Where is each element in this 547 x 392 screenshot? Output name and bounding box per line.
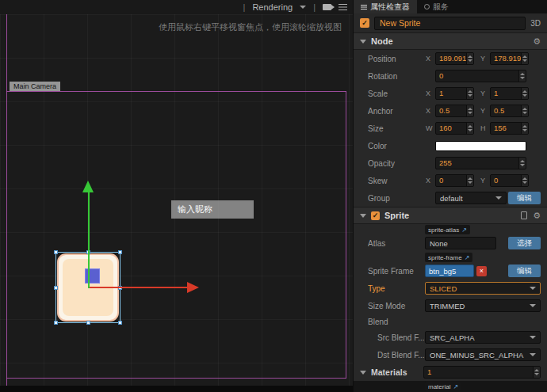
atlas-select-button[interactable]: 选择 (508, 237, 541, 249)
skew-x-input[interactable]: 0 (435, 174, 474, 187)
y-axis-label: Y (480, 55, 490, 63)
position-x-input[interactable]: 189.091 (435, 52, 474, 65)
gear-icon[interactable]: ⚙ (533, 37, 541, 46)
scale-x-input[interactable]: 1 (435, 87, 474, 100)
stepper-icon[interactable] (521, 175, 528, 186)
rendering-dropdown[interactable]: Rendering (252, 2, 293, 12)
group-edit-button[interactable]: 编辑 (508, 192, 541, 204)
dst-blend-row: Dst Blend F... ONE_MINUS_SRC_ALPHA (354, 346, 547, 363)
gizmo-y-axis-arrowhead[interactable] (82, 181, 94, 192)
chevron-down-icon[interactable] (300, 6, 306, 9)
position-row: Position X 189.091 Y 178.919 (354, 50, 547, 67)
stepper-icon[interactable] (521, 123, 528, 134)
tab-inspector[interactable]: 属性检查器 (354, 0, 417, 13)
resize-handle[interactable] (86, 321, 90, 325)
node-active-checkbox[interactable]: ✓ (360, 18, 369, 28)
toolbar-divider: | (243, 2, 246, 12)
material-badge-row: material ↗ (354, 381, 547, 392)
anchor-y-input[interactable]: 0.5 (490, 105, 529, 117)
src-blend-select[interactable]: SRC_ALPHA (425, 331, 541, 344)
stepper-icon[interactable] (521, 105, 528, 116)
dst-blend-select[interactable]: ONE_MINUS_SRC_ALPHA (425, 348, 541, 361)
nickname-editbox-node[interactable]: 输入昵称 (171, 200, 254, 219)
stepper-icon[interactable] (466, 105, 473, 116)
stepper-icon[interactable] (466, 175, 473, 186)
x-axis-label: X (425, 55, 435, 63)
blend-label: Blend (368, 318, 425, 326)
node-section-header[interactable]: Node ⚙ (354, 32, 547, 50)
resize-handle[interactable] (118, 321, 122, 325)
tab-services[interactable]: 服务 (417, 0, 456, 13)
position-label: Position (368, 55, 425, 63)
sprite-frame-badge-row: sprite-frame ↗ (354, 252, 547, 262)
collapse-arrow-icon[interactable] (360, 371, 366, 375)
rotation-input[interactable]: 0 (435, 70, 526, 82)
chevron-down-icon (530, 336, 536, 339)
stepper-icon[interactable] (466, 53, 473, 64)
x-axis-label: X (425, 107, 435, 115)
gear-icon[interactable]: ⚙ (533, 211, 541, 220)
anchor-row: Anchor X 0.5 Y 0.5 (354, 102, 547, 120)
color-swatch[interactable] (435, 141, 526, 151)
scale-label: Scale (368, 89, 425, 98)
opacity-input[interactable]: 255 (435, 157, 526, 169)
sprite-frame-input[interactable]: btn_bg5 (425, 265, 474, 277)
type-select[interactable]: SLICED (425, 282, 541, 295)
stepper-icon[interactable] (521, 88, 528, 99)
src-blend-label: Src Blend F... (377, 333, 425, 342)
materials-row: Materials 1 (354, 363, 547, 381)
mode-3d-label[interactable]: 3D (530, 19, 541, 28)
stepper-icon[interactable] (521, 53, 528, 64)
camera-icon[interactable] (323, 4, 331, 10)
stepper-icon[interactable] (518, 158, 526, 169)
collapse-arrow-icon[interactable] (360, 214, 366, 218)
skew-y-input[interactable]: 0 (490, 174, 529, 187)
toolbar-divider: | (313, 2, 316, 12)
size-w-input[interactable]: 160 (435, 122, 474, 135)
stepper-icon[interactable] (466, 88, 473, 99)
panel-tab-bar: 属性检查器 服务 (354, 0, 547, 13)
gizmo-y-axis-arrow[interactable] (88, 192, 90, 288)
color-row: Color (354, 137, 547, 154)
stepper-icon[interactable] (466, 123, 473, 134)
gizmo-x-axis-arrowhead[interactable] (187, 282, 199, 293)
sprite-section-header[interactable]: ✓ Sprite ⚙ (354, 207, 547, 224)
resize-handle[interactable] (54, 321, 58, 325)
materials-count-input[interactable]: 1 (423, 366, 541, 379)
size-h-input[interactable]: 156 (490, 122, 529, 135)
opacity-row: Opacity 255 (354, 154, 547, 172)
stepper-icon[interactable] (533, 367, 540, 378)
anchor-x-input[interactable]: 0.5 (435, 105, 474, 117)
gizmo-x-axis-arrow[interactable] (90, 287, 187, 288)
resize-handle[interactable] (54, 250, 58, 254)
size-mode-select[interactable]: TRIMMED (425, 299, 541, 312)
clear-sprite-frame-button[interactable]: × (476, 266, 487, 276)
menu-icon[interactable] (339, 4, 347, 6)
node-name-row: ✓ New Sprite 3D (354, 13, 547, 32)
main-camera-label[interactable]: Main Camera (10, 82, 60, 91)
document-icon[interactable] (521, 211, 527, 219)
node-section-title: Node (371, 36, 393, 46)
scale-y-input[interactable]: 1 (490, 87, 529, 100)
viewport-hint-text: 使用鼠标右键平移视窗焦点，使用滚轮缩放视图 (159, 21, 342, 33)
type-label: Type (368, 284, 425, 293)
resize-handle[interactable] (54, 286, 58, 290)
position-y-input[interactable]: 178.919 (490, 52, 529, 65)
sprite-child-node[interactable] (85, 268, 100, 284)
sprite-frame-edit-button[interactable]: 编辑 (508, 265, 541, 277)
collapse-arrow-icon[interactable] (360, 40, 366, 44)
atlas-input[interactable]: None (425, 237, 496, 249)
scene-view: | Rendering | 使用鼠标右键平移视窗焦点，使用滚轮缩放视图 Main… (0, 0, 353, 392)
node-name-input[interactable]: New Sprite (374, 17, 526, 30)
stepper-icon[interactable] (518, 70, 526, 82)
dst-blend-label: Dst Blend F... (377, 351, 425, 360)
scene-bottom-strip (0, 386, 353, 392)
group-select[interactable]: default (435, 192, 507, 204)
chevron-down-icon (530, 304, 536, 307)
scene-toolbar: | Rendering | (0, 0, 353, 14)
asset-type-badge: sprite-frame ↗ (425, 253, 472, 262)
size-row: Size W 160 H 156 (354, 120, 547, 137)
sprite-enabled-checkbox[interactable]: ✓ (371, 211, 380, 220)
resize-handle[interactable] (118, 250, 122, 254)
chevron-down-icon (530, 353, 536, 356)
